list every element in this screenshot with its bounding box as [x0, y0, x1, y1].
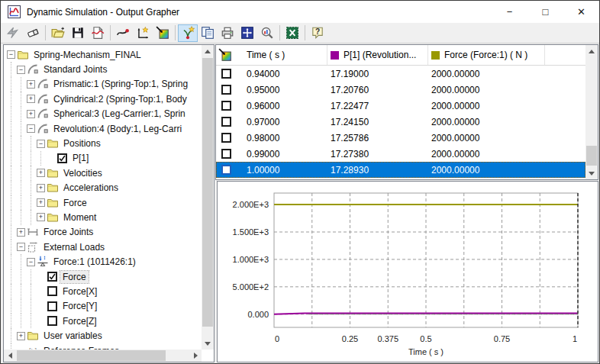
save-button[interactable]: [68, 24, 88, 42]
tree-item-label[interactable]: Velocities: [61, 167, 105, 179]
column-header[interactable]: P[1] (Revolution...: [327, 45, 428, 65]
tree-item: +Cylindrical:2 (Spring-Top:1, Body: [7, 92, 202, 106]
tree-checkbox[interactable]: [47, 272, 57, 282]
open-button[interactable]: [48, 24, 68, 42]
tree-item-label[interactable]: Force: [61, 197, 89, 209]
svg-text:1: 1: [573, 334, 577, 343]
scroll-right-icon[interactable]: [189, 350, 202, 362]
row-checkbox[interactable]: [221, 101, 231, 111]
scroll-thumb[interactable]: [17, 350, 166, 361]
tree-item-label[interactable]: Spring-Mechanism_FINAL: [31, 49, 144, 61]
scroll-down-icon[interactable]: [202, 337, 214, 350]
collapse-toggle-icon[interactable]: −: [17, 66, 25, 74]
svg-text:?: ?: [315, 27, 320, 36]
table-cell: 2000.00000: [428, 117, 545, 127]
curve-point-icon: [116, 26, 130, 40]
table-row[interactable]: 0.9400017.190002000.00000: [216, 66, 585, 82]
maximize-button[interactable]: □: [527, 1, 563, 23]
tree-checkbox[interactable]: [47, 301, 57, 311]
tree-item-label[interactable]: Spherical:3 (Leg-Carrier:1, Sprin: [51, 108, 188, 120]
tree-item-label[interactable]: External Loads: [41, 241, 107, 253]
minimize-button[interactable]: −: [492, 1, 527, 23]
expand-toggle-icon[interactable]: +: [37, 169, 45, 177]
tree-indent-guide: [17, 195, 27, 210]
row-checkbox[interactable]: [221, 117, 231, 127]
copy-button[interactable]: [198, 24, 218, 42]
tree-checkbox[interactable]: [57, 153, 67, 163]
tree-horizontal-scrollbar[interactable]: [4, 350, 202, 362]
colormap-button[interactable]: [153, 24, 173, 42]
tree-item-label[interactable]: Accelerations: [61, 182, 121, 194]
curve-properties-button[interactable]: [178, 24, 198, 42]
tree-item-label[interactable]: Moment: [61, 211, 98, 224]
fit-view-button[interactable]: [237, 24, 257, 42]
expand-toggle-icon[interactable]: +: [17, 228, 25, 237]
row-checkbox[interactable]: [221, 133, 231, 143]
scroll-up-icon[interactable]: [585, 45, 598, 57]
folder-icon: [27, 330, 41, 342]
scroll-up-icon[interactable]: [202, 45, 214, 57]
tree-item-label[interactable]: User variables: [41, 330, 105, 342]
tree-item-label[interactable]: Revolution:4 (Body:1, Leg-Carri: [51, 123, 184, 135]
tree-item-label[interactable]: Force: [60, 271, 89, 283]
column-header[interactable]: Time ( s ): [244, 45, 327, 65]
scroll-thumb[interactable]: [202, 58, 213, 327]
tree-item-label[interactable]: Force[Y]: [60, 300, 99, 312]
row-checkbox[interactable]: [221, 165, 231, 175]
tree-indent-guide: [7, 284, 17, 298]
zoom-window-button[interactable]: [257, 24, 277, 42]
scroll-left-icon[interactable]: [4, 350, 16, 362]
collapse-toggle-icon[interactable]: −: [37, 140, 45, 148]
tree-indent-guide: [7, 77, 17, 92]
tree-item-label[interactable]: Force Joints: [41, 226, 95, 238]
expand-toggle-icon[interactable]: +: [37, 198, 45, 207]
tree-item-label[interactable]: Cylindrical:2 (Spring-Top:1, Body: [51, 93, 189, 105]
tree-checkbox[interactable]: [47, 316, 57, 326]
expand-toggle-icon[interactable]: +: [27, 110, 35, 118]
table-row[interactable]: 0.9700017.241502000.00000: [216, 114, 585, 130]
new-graph-button[interactable]: [133, 24, 153, 42]
tree-item-label[interactable]: Prismatic:1 (Spring-Top:1, Spring: [51, 78, 190, 90]
table-vertical-scrollbar[interactable]: [585, 45, 598, 179]
table-row[interactable]: 0.9800017.257862000.00000: [216, 130, 585, 146]
column-header[interactable]: Force (Force:1) ( N ): [428, 45, 545, 65]
column-header-label: P[1] (Revolution...: [344, 50, 416, 60]
tree-indent-guide: [27, 151, 37, 166]
tree-item-label[interactable]: Standard Joints: [41, 63, 109, 76]
table-row[interactable]: 0.9600017.224772000.00000: [216, 98, 585, 114]
expand-toggle-icon[interactable]: +: [37, 184, 45, 192]
colormap-icon[interactable]: [216, 48, 244, 62]
expand-toggle-icon[interactable]: +: [37, 213, 45, 221]
help-button[interactable]: ?: [308, 24, 327, 42]
table-row[interactable]: 0.9500017.207602000.00000: [216, 82, 585, 98]
clear-curves-button[interactable]: [23, 24, 43, 42]
expand-toggle-icon[interactable]: +: [27, 95, 35, 103]
export-excel-button[interactable]: [282, 24, 302, 42]
print-button[interactable]: [218, 24, 237, 42]
collapse-toggle-icon[interactable]: −: [27, 258, 35, 266]
collapse-toggle-icon[interactable]: −: [17, 243, 25, 251]
table-row[interactable]: 0.9900017.273802000.00000: [216, 146, 585, 162]
tree-item-label[interactable]: Force[X]: [60, 285, 99, 298]
tree-checkbox[interactable]: [47, 286, 57, 296]
tree-item-label[interactable]: Force:1 (1011426:1): [51, 256, 138, 268]
tree-item-label[interactable]: Positions: [61, 137, 103, 150]
expand-toggle-icon[interactable]: +: [27, 80, 35, 89]
tree-item-label[interactable]: Force[Z]: [60, 315, 99, 327]
collapse-toggle-icon[interactable]: −: [7, 50, 15, 59]
table-row[interactable]: 1.0000017.289302000.00000: [216, 162, 585, 178]
simulation-player-button[interactable]: [3, 24, 23, 42]
row-checkbox[interactable]: [221, 85, 231, 95]
expand-toggle-icon[interactable]: +: [17, 332, 25, 340]
row-checkbox[interactable]: [221, 69, 231, 79]
tree-item-label[interactable]: P[1]: [70, 152, 91, 164]
tree-item: Force[X]: [7, 284, 202, 298]
tree-vertical-scrollbar[interactable]: [202, 45, 214, 350]
export-report-button[interactable]: [88, 24, 108, 42]
scroll-down-icon[interactable]: [585, 167, 598, 179]
row-checkbox[interactable]: [221, 149, 231, 159]
close-button[interactable]: ✕: [563, 1, 599, 23]
new-curve-button[interactable]: [113, 24, 133, 42]
collapse-toggle-icon[interactable]: −: [27, 124, 35, 133]
scroll-thumb[interactable]: [586, 146, 597, 166]
